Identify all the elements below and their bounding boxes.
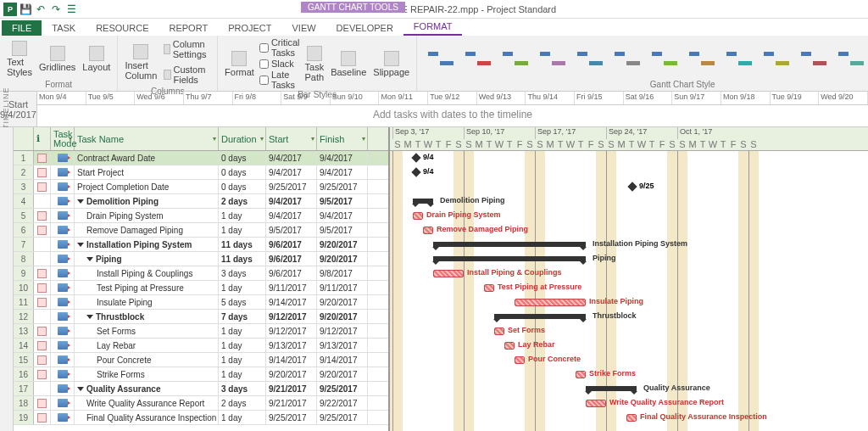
start-cell[interactable]: 9/25/2017 [266,411,317,424]
gantt-row[interactable]: 9/25 [390,180,868,194]
finish-cell[interactable]: 9/25/2017 [317,411,368,424]
finish-cell[interactable]: 9/25/2017 [317,382,368,395]
gantt-chart[interactable]: Sep 3, '17Sep 10, '17Sep 17, '17Sep 24, … [390,127,868,431]
info-cell[interactable] [34,411,51,424]
col-start[interactable]: Start▾ [266,127,317,150]
task-mode-cell[interactable] [51,223,75,237]
task-mode-cell[interactable] [51,165,75,179]
finish-cell[interactable]: 9/12/2017 [317,324,368,338]
row-number[interactable]: 19 [14,411,34,424]
row-number[interactable]: 17 [14,382,34,395]
task-mode-cell[interactable] [51,266,75,280]
task-bar[interactable] [626,414,637,422]
task-bar[interactable] [586,400,606,407]
tab-view[interactable]: VIEW [281,20,326,36]
task-name-cell[interactable]: Pour Concrete [75,353,219,367]
custom-fields-button[interactable]: Custom Fields [162,63,212,87]
task-mode-cell[interactable] [51,281,75,294]
gantt-row[interactable]: 9/4 [390,165,868,180]
task-name-cell[interactable]: Quality Assurance [75,382,219,395]
start-cell[interactable]: 9/13/2017 [266,339,317,352]
info-cell[interactable] [34,165,51,179]
gantt-style-swatch[interactable]: .style-swatch:nth-child(11)::after{backg… [797,44,829,73]
task-bar[interactable] [504,342,515,350]
finish-cell[interactable]: 9/25/2017 [317,180,368,193]
task-row[interactable]: 10Test Piping at Pressure1 day9/11/20179… [14,281,388,295]
duration-cell[interactable]: 0 days [219,151,266,165]
text-styles-button[interactable]: Text Styles [5,39,34,79]
duration-cell[interactable]: 11 days [219,252,266,266]
task-row[interactable]: 6Remove Damaged Piping1 day9/5/20179/5/2… [14,223,388,238]
gantt-style-swatch[interactable]: .style-swatch:nth-child(1)::after{backgr… [424,44,456,73]
gantt-row[interactable]: Final Quality Assurance Inspection [390,411,868,425]
task-path-button[interactable]: Task Path [303,44,326,84]
undo-icon[interactable]: ↶ [34,3,47,16]
duration-cell[interactable]: 1 day [219,281,266,294]
task-row[interactable]: 13Set Forms1 day9/12/20179/12/2017 [14,324,388,339]
info-cell[interactable] [34,396,51,410]
info-cell[interactable] [34,180,51,193]
print-icon[interactable]: ☰ [64,3,78,16]
task-bar[interactable] [433,270,464,277]
info-cell[interactable] [34,281,51,294]
gantt-row[interactable]: Strike Forms [390,367,868,382]
duration-cell[interactable]: 5 days [219,295,266,309]
task-name-cell[interactable]: Start Project [75,165,219,179]
redo-icon[interactable]: ↷ [49,3,63,16]
task-bar[interactable] [576,371,586,378]
col-task-mode[interactable]: Task Mode▾ [51,127,75,150]
info-cell[interactable] [34,194,51,208]
gantt-row[interactable]: Insulate Piping [390,295,868,310]
project-icon[interactable]: P [3,3,17,16]
finish-cell[interactable]: 9/5/2017 [317,194,368,208]
row-number[interactable]: 6 [14,223,34,237]
task-mode-cell[interactable] [51,209,75,222]
late-tasks-checkbox[interactable]: Late Tasks [259,70,300,90]
gantt-row[interactable]: Thrustblock [390,310,868,324]
start-cell[interactable]: 9/21/2017 [266,396,317,410]
task-row[interactable]: 7Installation Piping System11 days9/6/20… [14,238,388,252]
row-number[interactable]: 1 [14,151,34,165]
duration-cell[interactable]: 2 days [219,194,266,208]
start-cell[interactable]: 9/6/2017 [266,266,317,280]
start-cell[interactable]: 9/11/2017 [266,281,317,294]
tab-task[interactable]: TASK [42,20,86,36]
task-mode-cell[interactable] [51,339,75,352]
row-number[interactable]: 8 [14,252,34,266]
gantt-style-swatch[interactable]: .style-swatch:nth-child(12)::after{backg… [834,44,866,73]
row-number[interactable]: 11 [14,295,34,309]
gantt-style-swatch[interactable]: .style-swatch:nth-child(3)::after{backgr… [498,44,531,73]
gantt-row[interactable]: Installation Piping System [390,238,868,252]
start-cell[interactable]: 9/21/2017 [266,382,317,395]
duration-cell[interactable]: 0 days [219,165,266,179]
row-number[interactable]: 10 [14,281,34,294]
duration-cell[interactable]: 1 day [219,411,266,424]
task-row[interactable]: 9Install Piping & Couplings3 days9/6/201… [14,266,388,281]
info-cell[interactable] [34,382,51,395]
task-name-cell[interactable]: Test Piping at Pressure [75,281,219,294]
task-row[interactable]: 16Strike Forms1 day9/20/20179/20/2017 [14,367,388,382]
gantt-style-swatch[interactable]: .style-swatch:nth-child(8)::after{backgr… [685,44,717,73]
task-bar[interactable] [494,327,504,335]
info-cell[interactable] [34,367,51,381]
info-cell[interactable] [34,310,51,323]
duration-cell[interactable]: 1 day [219,223,266,237]
finish-cell[interactable]: 9/4/2017 [317,151,368,165]
task-row[interactable]: 17Quality Assurance3 days9/21/20179/25/2… [14,382,388,396]
insert-column-button[interactable]: Insert Column [123,42,159,82]
gantt-row[interactable]: Test Piping at Pressure [390,281,868,295]
col-row-num[interactable] [14,127,34,150]
duration-cell[interactable]: 7 days [219,310,266,323]
gantt-row[interactable]: Piping [390,252,868,266]
gantt-row[interactable]: Write Quality Assurance Report [390,396,868,411]
gantt-row[interactable]: Drain Piping System [390,209,868,223]
task-name-cell[interactable]: Insulate Piping [75,295,219,309]
finish-cell[interactable]: 9/14/2017 [317,353,368,367]
slippage-button[interactable]: Slippage [371,49,411,79]
gantt-style-swatch[interactable]: .style-swatch:nth-child(7)::after{backgr… [648,44,680,73]
info-cell[interactable] [34,353,51,367]
start-cell[interactable]: 9/5/2017 [266,223,317,237]
col-task-name[interactable]: Task Name▾ [75,127,219,150]
tab-developer[interactable]: DEVELOPER [326,20,403,36]
finish-cell[interactable]: 9/5/2017 [317,223,368,237]
